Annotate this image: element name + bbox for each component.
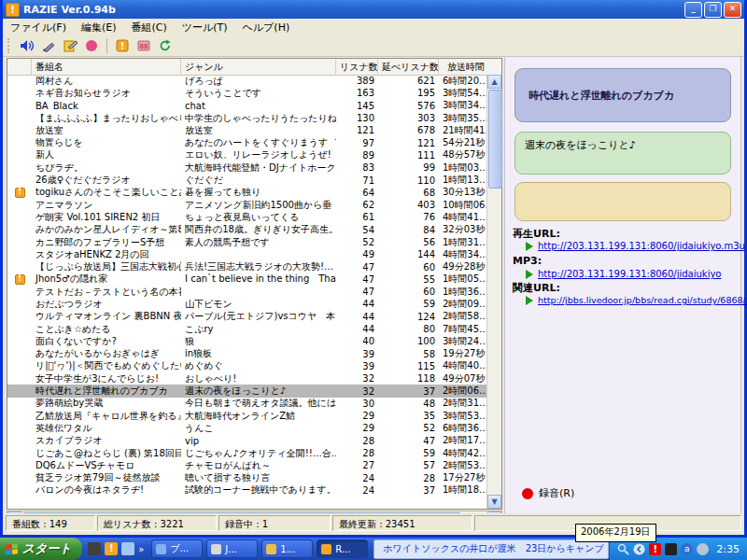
table-row[interactable]: アニマラソンアニメソング新旧約1500曲から垂6240310時間06… <box>7 199 487 211</box>
cell-time: 49分28秒 <box>439 260 487 273</box>
column-header-total[interactable]: 延べリスナ数 <box>378 59 439 75</box>
play-icon[interactable] <box>526 296 533 305</box>
column-header-time[interactable]: 放送時間 <box>439 59 488 75</box>
table-row[interactable]: テストだお－テストという名の本番－47601時間36… <box>7 286 487 298</box>
vertical-scroll-thumb[interactable] <box>488 90 502 189</box>
table-row[interactable]: バロンの今夜はネタラヂ!試験的コーナー挑戦中であります。24371時間18… <box>7 484 487 497</box>
column-header-listeners[interactable]: リスナ数 <box>336 59 378 75</box>
table-row[interactable]: カニ野郎のフェブラリーS予想素人の競馬予想です52561時間31… <box>7 236 487 248</box>
table-row[interactable]: みかのみかン星人レイディオ～第8回…関西弁の18歳。ぎりぎり女子高生。遥…548… <box>7 224 487 236</box>
table-row[interactable]: ウルティマオンライン 裏BBNN 夜は破…パープル(元エトジフ)vsコウヤ 本日… <box>7 311 487 323</box>
table-row[interactable]: !togikuさんのそこそこ楽しいことあった…碁を握っても独り646830分13… <box>7 187 487 199</box>
table-row[interactable]: 新人エロい奴、リレーラジオしようぜ!8911148分57秒 <box>7 149 487 161</box>
table-row[interactable]: ネギ音お知らせラジオそういうことです1631953時間54… <box>7 87 487 99</box>
menu-edit[interactable]: 編集(E) <box>74 20 124 35</box>
table-row[interactable]: !Jhon5♂の隠れ家I can`t believe in the thing … <box>7 273 487 286</box>
vertical-scrollbar[interactable]: ▲ ▼ <box>486 75 501 509</box>
cell-time: 1時間18… <box>439 483 487 497</box>
start-button[interactable]: スタート <box>0 538 82 560</box>
cell-genre: おしゃべり! <box>181 372 336 385</box>
taskbar-task-button[interactable]: J... <box>206 539 258 558</box>
cell-total: 60 <box>378 262 439 273</box>
cell-name: 【じっぷら放送局】三国志大戦初心者… <box>32 260 181 273</box>
table-row[interactable]: 放送室放送室12167821時間41… <box>7 124 487 136</box>
table-row[interactable]: 【じっぷら放送局】三国志大戦初心者…兵法!三国志大戦ラジオの大攻勢!…47604… <box>7 260 487 273</box>
minimize-button[interactable]: _ <box>684 2 702 18</box>
table-row[interactable]: ゲ朗実 Vol.101 SIREN2 初日ちょっと夜見島いってくる61764時間… <box>7 211 487 223</box>
table-row[interactable]: 女子中学生が3にんでらじお!おしゃべり!3211849分07秒 <box>7 372 487 385</box>
table-row[interactable]: 英雄伝ワタルうんこ29526時間36… <box>7 422 487 434</box>
windows-logo-icon <box>6 543 18 554</box>
table-row[interactable]: 貧乏ラジオ第79回～徒然放談聴いて損する独り言242817分27秒 <box>7 472 487 484</box>
tray-a-icon[interactable]: a <box>681 543 693 555</box>
menu-file[interactable]: ファイル(F) <box>3 20 74 35</box>
svg-text:88: 88 <box>140 43 148 50</box>
chevron-left-icon[interactable] <box>633 543 645 555</box>
cell-name: 26歳♀ぐだぐだラジオ <box>32 174 181 187</box>
tray-alert-icon[interactable]: ! <box>649 543 661 555</box>
table-row[interactable]: ことぶき☆めたるこぶry44807時間45… <box>7 323 487 335</box>
play-icon[interactable] <box>526 242 533 251</box>
table-row[interactable]: DQ6ムドーVSチャモロチャモロがんばれ～27572時間53… <box>7 459 487 471</box>
news-ticker[interactable]: ホワイトソックスの井口が渡米 23日からキャンプ 2/18 18:58 as <box>374 539 609 559</box>
taskbar-task-button[interactable]: R... <box>317 539 368 558</box>
table-row[interactable]: 物置らじをあなたのハートをくすぐりまうす゛3゛9712154分21秒 <box>7 136 487 148</box>
quick-launch-overflow-icon[interactable]: » <box>138 544 144 554</box>
cell-time: 1時間05… <box>439 273 487 286</box>
cell-total: 678 <box>378 125 439 135</box>
column-header-genre[interactable]: ジャンル <box>181 59 336 75</box>
menu-program[interactable]: 番組(C) <box>124 20 175 35</box>
titlebar[interactable]: ! RAZIE Ver.0.94b _ ❐ ✕ <box>3 0 744 19</box>
cell-total: 115 <box>378 361 439 371</box>
column-header-name[interactable]: 番組名 <box>32 59 181 75</box>
tray-camera-icon[interactable] <box>665 543 677 555</box>
edit-note-icon[interactable] <box>61 37 79 54</box>
table-row[interactable]: 【まふふふふ】まったりおしゃべり中学生のしゃべったりうたったりねとらじ13030… <box>7 112 487 124</box>
table-row[interactable]: 面白くないですか?狼401003時間24… <box>7 335 487 347</box>
maximize-button[interactable]: ❐ <box>704 2 722 18</box>
table-row[interactable]: 夢路萌絵by哭蔵今日も朝まで萌えオタ談議。他にはFL…30482時間31… <box>7 398 487 410</box>
scroll-down-icon[interactable]: ▼ <box>487 495 501 509</box>
status-listener-count: 総リスナ数 : 3221 <box>97 515 217 531</box>
menu-help[interactable]: ヘルプ(H) <box>235 20 298 35</box>
quick-launch-razie-icon[interactable]: ! <box>105 542 118 555</box>
menubar: ファイル(F) 編集(E) 番組(C) ツール(T) ヘルプ(H) <box>3 19 744 36</box>
close-button[interactable]: ✕ <box>724 2 741 18</box>
cell-listeners: 71 <box>336 175 378 186</box>
tray-globe-icon[interactable] <box>697 543 709 555</box>
taskbar-task-button[interactable]: 1... <box>261 539 313 558</box>
menu-tools[interactable]: ツール(T) <box>175 20 235 35</box>
play-url-link[interactable]: http://203.131.199.131:8060/jidaiukiyo.m… <box>538 241 745 251</box>
play-icon[interactable] <box>526 270 533 279</box>
quick-launch-icon[interactable] <box>88 542 101 555</box>
table-row[interactable]: 乙鯖放送局『キャロル世界を釣る』大航海時代オンラインZ鯖29353時間53… <box>7 410 487 422</box>
list-rows: 岡村さんげろっぱ3896216時間20…ネギ音お知らせラジオそういうことです16… <box>7 75 487 509</box>
table-row[interactable]: 時代遅れと浮世離れのブカブカ週末の夜をほっこりと♪32372時間06… <box>7 385 487 397</box>
table-row[interactable]: じごあこ@ねとらじ (裏) 第18回目♪じごちゃん♪クオリティ全開!!…合…28… <box>7 447 487 459</box>
column-header-icon[interactable] <box>7 59 32 75</box>
table-row[interactable]: 26歳♀ぐだぐだラジオぐだぐだ711101時間13… <box>7 174 487 186</box>
related-url-link[interactable]: http://jbbs.livedoor.jp/bbs/read.cgi/stu… <box>538 295 747 305</box>
refresh-icon[interactable] <box>156 37 175 54</box>
speaker-icon[interactable] <box>18 37 36 54</box>
search-icon[interactable] <box>617 543 629 555</box>
quick-launch-icon[interactable] <box>121 542 134 555</box>
taskbar-task-button[interactable]: ブ... <box>151 539 203 558</box>
table-row[interactable]: BA_Blackchat1455763時間34… <box>7 100 487 112</box>
table-row[interactable]: スカイプラジオvip28472時間17… <box>7 435 487 447</box>
table-row[interactable]: おだぶつラジオ山下ビモン44592時間09… <box>7 298 487 310</box>
table-row[interactable]: ちびラヂ。大航海時代能登鯖・DJナイトホーク・…83991時間03… <box>7 161 487 174</box>
record-circle-icon[interactable] <box>82 37 101 54</box>
mp3-url-link[interactable]: http://203.131.199.131:8060/jidaiukiyo <box>538 269 721 279</box>
cell-genre: 碁を握っても独り <box>181 186 336 199</box>
table-row[interactable]: リ|ﾟ'ヮ')|＜関西でもめぐめぐしたいん…めぐめぐ391154時間40… <box>7 360 487 372</box>
table-row[interactable]: スタジオaHENKZ 2月の回491444時間34… <box>7 248 487 260</box>
record-button[interactable]: 録音(R) <box>522 486 574 500</box>
bbs-icon[interactable]: 88 <box>134 37 153 54</box>
pencil-icon[interactable] <box>39 37 58 54</box>
table-row[interactable]: 岡村さんげろっぱ3896216時間20… <box>7 75 487 87</box>
scroll-up-icon[interactable]: ▲ <box>487 75 501 89</box>
alert-icon[interactable]: ! <box>113 37 132 54</box>
table-row[interactable]: あなたがいるからおぎゃはぎin狼板395819分27秒 <box>7 348 487 360</box>
cell-total: 52 <box>378 423 439 433</box>
